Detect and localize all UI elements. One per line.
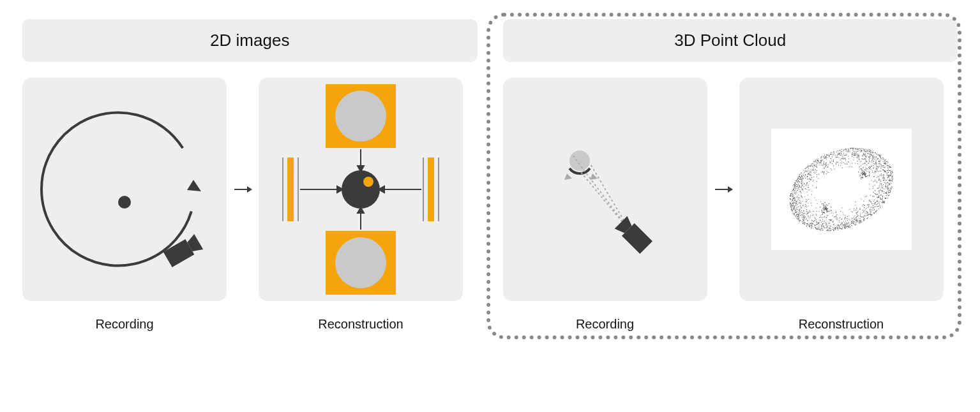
svg-point-1518 bbox=[889, 193, 890, 193]
svg-point-1639 bbox=[796, 218, 797, 219]
svg-point-562 bbox=[892, 179, 893, 179]
svg-point-1300 bbox=[870, 212, 871, 213]
svg-point-611 bbox=[883, 177, 884, 178]
svg-point-1220 bbox=[803, 217, 803, 217]
svg-point-508 bbox=[879, 166, 880, 166]
svg-point-1724 bbox=[873, 201, 873, 202]
svg-point-1335 bbox=[813, 211, 813, 212]
svg-point-1589 bbox=[869, 161, 870, 162]
svg-point-423 bbox=[813, 170, 813, 170]
svg-point-942 bbox=[819, 217, 820, 217]
svg-point-1040 bbox=[877, 159, 877, 159]
svg-point-1084 bbox=[855, 205, 856, 205]
svg-point-1741 bbox=[863, 149, 864, 150]
svg-point-1066 bbox=[851, 211, 852, 212]
svg-point-776 bbox=[822, 223, 822, 224]
svg-point-1481 bbox=[875, 168, 876, 168]
svg-point-1115 bbox=[843, 221, 843, 221]
svg-point-984 bbox=[831, 156, 832, 157]
svg-point-918 bbox=[829, 155, 829, 156]
svg-point-207 bbox=[797, 215, 797, 216]
svg-point-994 bbox=[801, 175, 801, 175]
svg-point-784 bbox=[877, 201, 878, 202]
svg-point-1573 bbox=[792, 193, 792, 194]
svg-point-1587 bbox=[886, 192, 886, 193]
svg-point-1644 bbox=[870, 151, 871, 151]
svg-point-309 bbox=[884, 172, 884, 172]
svg-point-1394 bbox=[801, 214, 801, 215]
svg-point-1418 bbox=[855, 155, 856, 156]
svg-point-812 bbox=[857, 221, 857, 221]
svg-point-1818 bbox=[823, 206, 824, 207]
svg-point-1376 bbox=[818, 178, 818, 179]
svg-point-763 bbox=[857, 216, 857, 217]
svg-point-1096 bbox=[829, 227, 830, 228]
svg-point-81 bbox=[832, 229, 833, 230]
svg-point-975 bbox=[860, 165, 861, 166]
svg-point-1748 bbox=[806, 176, 807, 177]
svg-point-1397 bbox=[872, 151, 873, 151]
svg-point-1727 bbox=[871, 215, 871, 216]
svg-point-714 bbox=[880, 184, 880, 184]
svg-point-630 bbox=[827, 215, 828, 216]
svg-point-1598 bbox=[865, 156, 866, 156]
svg-point-1754 bbox=[884, 163, 885, 163]
svg-point-451 bbox=[792, 200, 792, 201]
svg-point-1276 bbox=[868, 212, 868, 213]
svg-point-1129 bbox=[875, 170, 875, 171]
svg-point-357 bbox=[850, 151, 850, 151]
svg-point-26 bbox=[569, 151, 590, 171]
svg-point-800 bbox=[872, 172, 873, 172]
svg-point-556 bbox=[841, 149, 841, 150]
svg-point-1326 bbox=[815, 160, 815, 161]
svg-point-323 bbox=[880, 158, 881, 159]
svg-point-1145 bbox=[803, 213, 804, 214]
svg-point-844 bbox=[816, 170, 817, 171]
svg-point-125 bbox=[829, 228, 830, 229]
svg-point-1019 bbox=[841, 163, 842, 163]
svg-point-1829 bbox=[822, 208, 823, 209]
svg-point-1576 bbox=[875, 157, 876, 158]
svg-point-1399 bbox=[834, 216, 834, 217]
svg-point-1105 bbox=[861, 150, 861, 151]
svg-point-1689 bbox=[846, 154, 847, 154]
svg-point-68 bbox=[859, 221, 859, 222]
svg-point-1565 bbox=[863, 149, 863, 149]
svg-point-1178 bbox=[880, 183, 881, 184]
svg-point-1048 bbox=[863, 201, 864, 202]
svg-point-955 bbox=[833, 224, 833, 225]
caption-2d-recording: Recording bbox=[22, 317, 227, 332]
svg-point-563 bbox=[794, 191, 794, 192]
svg-point-1460 bbox=[792, 203, 792, 203]
svg-point-732 bbox=[886, 173, 887, 174]
svg-point-332 bbox=[858, 158, 859, 159]
svg-point-922 bbox=[792, 190, 793, 191]
svg-point-1767 bbox=[866, 176, 866, 177]
svg-point-294 bbox=[808, 199, 809, 200]
svg-point-91 bbox=[818, 224, 819, 225]
svg-point-635 bbox=[830, 152, 831, 153]
svg-point-1139 bbox=[801, 176, 801, 177]
svg-point-1616 bbox=[804, 215, 804, 216]
svg-point-706 bbox=[865, 161, 866, 161]
svg-point-1381 bbox=[857, 156, 857, 157]
svg-point-1552 bbox=[861, 221, 861, 222]
svg-point-1251 bbox=[823, 163, 824, 163]
svg-point-1871 bbox=[821, 203, 822, 204]
svg-point-333 bbox=[795, 193, 796, 193]
svg-point-225 bbox=[880, 173, 881, 174]
svg-point-804 bbox=[873, 205, 873, 206]
svg-point-1759 bbox=[863, 167, 863, 168]
svg-point-1827 bbox=[827, 211, 828, 212]
svg-point-765 bbox=[792, 203, 793, 204]
svg-point-359 bbox=[803, 170, 803, 170]
svg-point-843 bbox=[857, 215, 858, 216]
svg-point-600 bbox=[824, 167, 824, 168]
svg-point-1310 bbox=[837, 228, 838, 229]
svg-point-1833 bbox=[826, 209, 827, 209]
svg-point-650 bbox=[856, 207, 857, 208]
svg-point-1545 bbox=[873, 156, 874, 157]
svg-point-1484 bbox=[875, 156, 876, 157]
svg-point-989 bbox=[818, 165, 819, 165]
svg-point-1577 bbox=[842, 158, 843, 159]
